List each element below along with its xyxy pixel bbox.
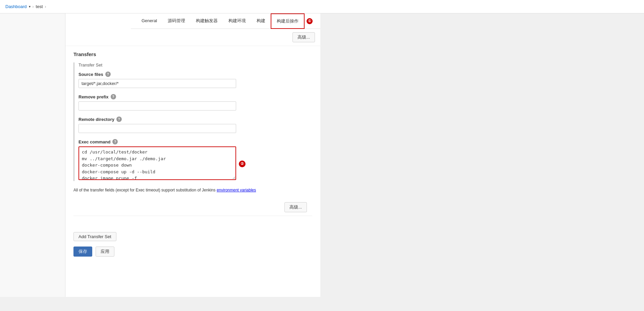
transfers-title: Transfers [73, 51, 312, 57]
advanced-btn-top-row: 高级... [65, 29, 320, 46]
form-actions: 保存 应用 [65, 247, 320, 262]
remote-directory-label: Remote directory [78, 117, 114, 122]
transfers-section: Transfers Transfer Set Source files ? Re… [65, 46, 320, 227]
add-transfer-set-button[interactable]: Add Transfer Set [73, 232, 116, 241]
right-panel [320, 13, 644, 297]
tab-post-build-badge: ① [307, 18, 313, 24]
dashboard-link[interactable]: Dashboard [5, 4, 27, 9]
breadcrumb-sep-2: › [45, 4, 46, 9]
tab-source-management[interactable]: 源码管理 [162, 14, 191, 29]
annotation-badge-2: ② [239, 161, 246, 167]
source-files-help-icon[interactable]: ? [105, 72, 111, 77]
top-bar: Dashboard ▾ › test › [0, 0, 644, 13]
source-files-group: Source files ? [78, 72, 312, 88]
remove-prefix-help-icon[interactable]: ? [111, 94, 116, 99]
remove-prefix-label: Remove prefix [78, 94, 109, 99]
remote-directory-label-row: Remote directory ? [78, 117, 312, 122]
dashboard-dropdown[interactable]: ▾ [29, 5, 31, 8]
tab-build[interactable]: 构建 [251, 14, 271, 29]
project-name: test [36, 4, 43, 9]
exec-command-wrapper: ② [78, 146, 236, 181]
exec-command-label: Exec command [78, 139, 110, 144]
tab-general[interactable]: General [136, 14, 162, 28]
exec-command-label-row: Exec command ? [78, 139, 312, 144]
transfer-set: Transfer Set Source files ? Remove prefi… [73, 62, 312, 181]
save-button[interactable]: 保存 [73, 247, 92, 257]
sidebar [0, 13, 65, 297]
content-panel: General 源码管理 构建触发器 构建环境 构建 构建后操作 ① 高级...… [65, 13, 320, 297]
remove-prefix-group: Remove prefix ? [78, 94, 312, 110]
source-files-label: Source files [78, 72, 103, 77]
apply-button[interactable]: 应用 [96, 247, 114, 257]
main-layout: General 源码管理 构建触发器 构建环境 构建 构建后操作 ① 高级...… [0, 13, 644, 297]
info-text: All of the transfer fields (except for E… [73, 187, 312, 193]
exec-command-help-icon[interactable]: ? [112, 139, 118, 144]
remote-directory-help-icon[interactable]: ? [116, 117, 122, 122]
remote-directory-group: Remote directory ? [78, 117, 312, 133]
remove-prefix-input[interactable] [78, 101, 236, 110]
advanced-button-bottom[interactable]: 高级... [284, 202, 307, 212]
source-files-input[interactable] [78, 79, 236, 88]
breadcrumb-sep-1: › [33, 4, 34, 9]
remove-prefix-label-row: Remove prefix ? [78, 94, 312, 99]
add-transfer-set-row: Add Transfer Set [65, 227, 320, 247]
advanced-btn-bottom-row: 高级... [73, 199, 312, 216]
info-text-prefix: All of the transfer fields (except for E… [73, 188, 216, 192]
tab-post-build[interactable]: 构建后操作 [271, 13, 305, 29]
tab-build-env[interactable]: 构建环境 [223, 14, 251, 29]
tabs-bar: General 源码管理 构建触发器 构建环境 构建 构建后操作 ① [131, 13, 320, 29]
remote-directory-input[interactable] [78, 124, 236, 133]
info-link[interactable]: environment variables [217, 188, 256, 192]
exec-command-group: Exec command ? ② [78, 139, 312, 181]
transfer-set-label: Transfer Set [78, 62, 312, 68]
tab-build-triggers[interactable]: 构建触发器 [191, 14, 223, 29]
source-files-label-row: Source files ? [78, 72, 312, 77]
advanced-button-top[interactable]: 高级... [292, 32, 315, 42]
exec-command-textarea[interactable] [78, 146, 236, 180]
